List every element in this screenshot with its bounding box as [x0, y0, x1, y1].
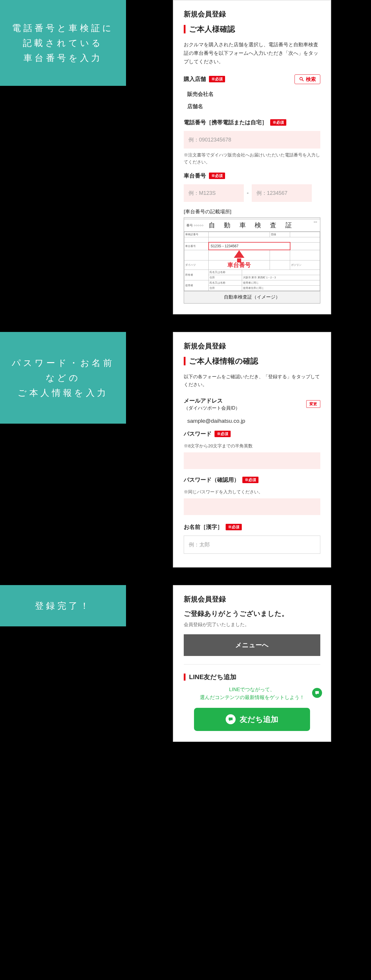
password2-input[interactable]	[184, 498, 320, 515]
step2-phone: 新規会員登録 ご本人様情報の確認 以下の各フォームをご確認いただき、「登録する」…	[173, 332, 331, 567]
chassis-pointer-label: 車台番号	[228, 262, 251, 268]
step3-label: 登録完了！	[0, 585, 126, 626]
cert-yy: ○○	[314, 220, 317, 224]
thanks-heading: ご登録ありがとうございました。	[184, 609, 320, 618]
step1-label: 電話番号と車検証に 記載されている 車台番号を入力	[0, 0, 126, 86]
email-sublabel: （ダイハツポート会員ID）	[184, 405, 240, 411]
line-icon	[312, 688, 322, 698]
svg-line-1	[302, 80, 304, 81]
section-desc: おクルマを購入された店舗を選択し、電話番号と自動車検査証の車台番号を以下フォーム…	[184, 41, 320, 66]
phone-note: ※注文書等でダイハツ販売会社へお届けいただいた電話番号を入力してください。	[184, 151, 320, 165]
t: 記載されている	[23, 38, 103, 48]
company-value: 販売会社名	[184, 89, 320, 101]
store-label: 購入店舗	[184, 75, 206, 83]
section-heading: ご本人様情報の確認	[184, 356, 320, 366]
t: 登録完了！	[35, 601, 91, 611]
cert-image: 番号 ○○○○○ 自 動 車 検 査 証 ○○ 車検証番号登録 車台番号S123…	[184, 217, 320, 304]
chassis-input-1[interactable]: 例：M123S	[184, 184, 244, 202]
shop-value: 店舗名	[184, 101, 320, 113]
edit-button[interactable]: 変更	[306, 400, 320, 408]
password2-label: パスワード（確認用）	[184, 476, 239, 484]
phone-label: 電話番号［携帯電話または自宅］	[184, 119, 267, 126]
t: LINEでつながって、	[229, 687, 275, 692]
step2-label: パスワード・お名前 などの ご本人情報を入力	[0, 332, 126, 424]
required-badge: ※必須	[209, 76, 225, 82]
t: ご本人情報を入力	[18, 388, 108, 398]
section-desc: 以下の各フォームをご確認いただき、「登録する」をタップしてください。	[184, 373, 320, 388]
phone-input[interactable]: 例：09012345678	[184, 131, 320, 148]
required-badge: ※必須	[215, 431, 231, 437]
cert-table: 車検証番号登録 車台番号S123S－1234567 ダイハツ車台番号ガソリン 所…	[184, 232, 320, 291]
separator: -	[247, 189, 249, 196]
svg-point-0	[300, 77, 303, 80]
cert-title-text: 自 動 車 検 査 証	[209, 221, 295, 229]
step1-phone: 新規会員登録 ご本人様確認 おクルマを購入された店舗を選択し、電話番号と自動車検…	[173, 0, 331, 314]
t: 車台番号を入力	[24, 53, 103, 63]
password2-note: ※同じパスワードを入力してください。	[184, 488, 320, 495]
search-button[interactable]: 検索	[295, 75, 320, 84]
required-badge: ※必須	[226, 524, 242, 530]
password-label: パスワード	[184, 430, 212, 438]
required-badge: ※必須	[270, 119, 286, 126]
email-value: sample@daihatsu.co.jp	[184, 416, 320, 430]
page-title: 新規会員登録	[184, 595, 320, 604]
search-label: 検索	[306, 76, 316, 83]
cert-num: 番号 ○○○○○	[186, 223, 203, 228]
page-title: 新規会員登録	[184, 10, 320, 19]
name-label: お名前［漢字］	[184, 523, 223, 531]
cert-footer: 自動車検査証（イメージ）	[184, 291, 320, 303]
line-logo-icon	[226, 714, 236, 724]
page-title: 新規会員登録	[184, 341, 320, 351]
line-promo-text: LINEでつながって、 選んだコンテンツの最新情報をゲットしよう！	[184, 686, 320, 708]
line-add-button[interactable]: 友だち追加	[194, 708, 310, 731]
t: 電話番号と車検証に	[12, 23, 114, 33]
cert-caption: [車台番号の記載場所]	[184, 208, 320, 215]
t: などの	[46, 373, 80, 383]
password-note: ※8文字から20文字までの半角英数	[184, 442, 320, 449]
chassis-input-2[interactable]: 例：1234567	[252, 184, 312, 202]
divider	[184, 664, 320, 665]
step3-phone: 新規会員登録 ご登録ありがとうございました。 会員登録が完了いたしました。 メニ…	[173, 585, 331, 742]
required-badge: ※必須	[209, 173, 225, 179]
menu-button[interactable]: メニューへ	[184, 634, 320, 656]
section-heading: ご本人様確認	[184, 24, 320, 34]
line-heading: LINE友だち追加	[184, 673, 320, 681]
chassis-label: 車台番号	[184, 172, 206, 180]
required-badge: ※必須	[242, 477, 258, 483]
t: 選んだコンテンツの最新情報をゲットしよう！	[200, 695, 304, 700]
search-icon	[299, 76, 304, 82]
line-btn-label: 友だち追加	[240, 714, 279, 724]
password-input[interactable]	[184, 452, 320, 469]
thanks-sub: 会員登録が完了いたしました。	[184, 622, 320, 628]
name-input[interactable]: 例：太郎	[184, 536, 320, 554]
email-label: メールアドレス	[184, 397, 240, 405]
t: パスワード・お名前	[12, 358, 115, 368]
